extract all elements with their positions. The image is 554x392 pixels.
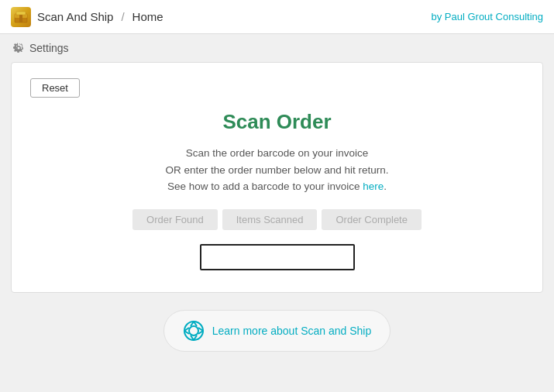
desc-line3-suffix: . [384, 181, 387, 192]
svg-rect-2 [19, 14, 22, 22]
status-buttons-row: Order Found Items Scanned Order Complete [46, 209, 508, 230]
gear-icon [12, 42, 25, 54]
svg-point-5 [189, 326, 198, 335]
breadcrumb-page: Home [132, 10, 163, 23]
learn-more-section: Learn more about Scan and Ship [0, 310, 554, 352]
author-label: by Paul Grout Consulting [431, 11, 543, 22]
breadcrumb-separator: / [121, 10, 124, 23]
svg-rect-3 [16, 12, 26, 15]
scan-input-wrapper [46, 244, 508, 270]
scan-order-section: Scan Order Scan the order barcode on you… [30, 110, 524, 270]
reset-button[interactable]: Reset [30, 78, 80, 98]
scan-order-title: Scan Order [46, 110, 508, 134]
header-left: Scan And Ship / Home [11, 7, 163, 27]
app-title: Scan And Ship [37, 10, 113, 23]
order-found-button: Order Found [132, 209, 218, 230]
desc-line3-prefix: See how to add a barcode to your invoice [167, 181, 363, 192]
main-card: Reset Scan Order Scan the order barcode … [11, 62, 543, 293]
settings-label: Settings [29, 42, 69, 54]
order-complete-button: Order Complete [322, 209, 421, 230]
items-scanned-button: Items Scanned [222, 209, 318, 230]
app-header: Scan And Ship / Home by Paul Grout Consu… [0, 0, 554, 34]
app-icon [11, 7, 31, 27]
lifebuoy-icon [183, 320, 205, 342]
learn-more-link[interactable]: Scan and Ship [301, 325, 371, 337]
learn-more-box[interactable]: Learn more about Scan and Ship [163, 310, 391, 352]
desc-line1: Scan the order barcode on your invoice [186, 147, 369, 159]
svg-point-4 [184, 322, 203, 340]
here-link[interactable]: here [363, 181, 384, 192]
scan-input[interactable] [200, 244, 355, 270]
learn-more-text: Learn more about Scan and Ship [212, 325, 371, 337]
scan-order-description: Scan the order barcode on your invoice O… [46, 145, 508, 195]
settings-bar[interactable]: Settings [0, 34, 554, 62]
learn-more-prefix: Learn more about [212, 325, 301, 337]
desc-line2: OR enter the order number below and hit … [165, 164, 388, 176]
